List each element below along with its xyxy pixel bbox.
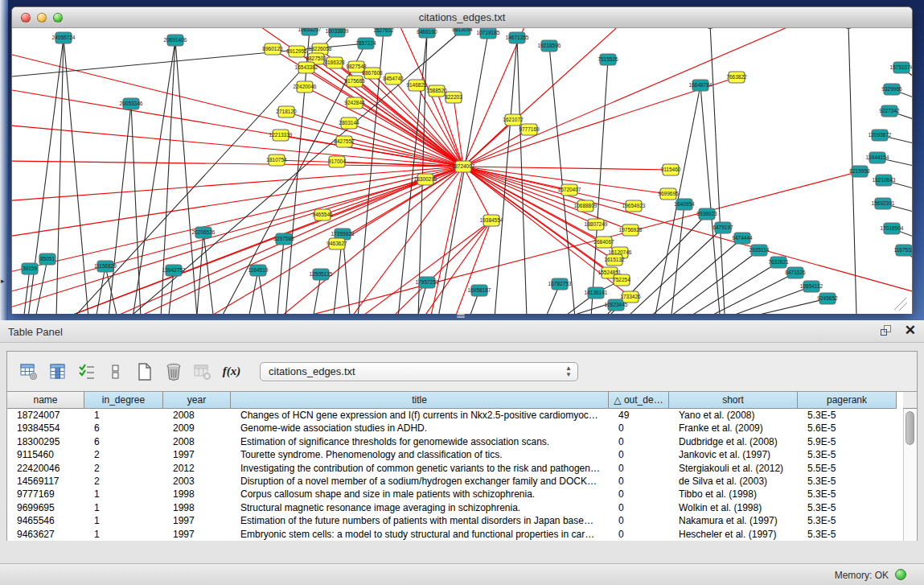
- network-node[interactable]: 9699695: [658, 188, 679, 200]
- network-node[interactable]: 1640954: [674, 199, 695, 210]
- cell-name[interactable]: 9115460: [7, 448, 84, 462]
- cell-title[interactable]: Genome-wide association studies in ADHD.: [231, 422, 609, 435]
- cell-year[interactable]: 1998: [163, 488, 231, 501]
- network-node[interactable]: 1621072: [503, 114, 524, 126]
- network-node[interactable]: 7663822: [726, 72, 747, 83]
- network-node[interactable]: 16543382: [295, 62, 318, 73]
- cell-in_degree[interactable]: 1: [84, 501, 163, 515]
- new-table-icon[interactable]: [134, 361, 155, 382]
- cell-out_de[interactable]: 0: [609, 501, 669, 515]
- network-node[interactable]: 14136141: [585, 287, 608, 299]
- citation-edge-black[interactable]: [131, 104, 141, 314]
- cell-short[interactable]: Stergiakouli et al. (2012): [669, 462, 798, 476]
- node-table[interactable]: namein_degreeyeartitle△ out_de…shortpage…: [7, 391, 917, 541]
- function-builder-icon[interactable]: f(x): [221, 361, 242, 382]
- network-node[interactable]: 10653257: [298, 28, 322, 35]
- cell-out_de[interactable]: 0: [609, 475, 669, 488]
- network-node[interactable]: 1810754: [266, 154, 287, 166]
- table-row[interactable]: 2242004622012Investigating the contribut…: [7, 462, 903, 476]
- citation-edge-red[interactable]: [12, 167, 463, 201]
- cell-pagerank[interactable]: 5.5E-5: [798, 462, 897, 476]
- network-node[interactable]: 2718120: [276, 106, 297, 117]
- network-view-window[interactable]: citations_edges.txt 24055724206914061065…: [11, 6, 913, 314]
- table-row[interactable]: 911546021997Tourette syndrome. Phenomeno…: [7, 448, 903, 462]
- network-node[interactable]: 20053346: [120, 98, 143, 109]
- network-node[interactable]: 9115460: [661, 164, 681, 175]
- cell-short[interactable]: Dudbridge et al. (2008): [669, 435, 798, 449]
- cell-in_degree[interactable]: 1: [84, 488, 163, 501]
- network-node[interactable]: 12444154: [866, 152, 889, 163]
- table-row[interactable]: 946362711997Embryonic stem cells: a mode…: [7, 528, 903, 542]
- network-node[interactable]: 8813054: [452, 28, 473, 35]
- column-header-year[interactable]: year: [163, 392, 231, 409]
- cell-title[interactable]: Corpus callosum shape and size in male p…: [231, 488, 609, 501]
- network-node[interactable]: 1733426: [620, 291, 641, 303]
- cell-title[interactable]: Changes of HCN gene expression and I(f) …: [231, 409, 609, 422]
- network-node[interactable]: 20206526: [192, 227, 216, 238]
- network-node[interactable]: 822203: [445, 92, 462, 103]
- citation-edge-red[interactable]: [463, 167, 671, 170]
- network-node[interactable]: 19654923: [622, 200, 646, 212]
- network-node[interactable]: 16648784: [689, 80, 713, 91]
- cell-in_degree[interactable]: 2: [84, 448, 163, 462]
- cell-out_de[interactable]: 0: [609, 448, 669, 462]
- scrollbar-thumb[interactable]: [906, 411, 914, 445]
- cell-name[interactable]: 22420046: [7, 462, 84, 476]
- network-node[interactable]: 15720407: [558, 184, 581, 196]
- citation-edge-black[interactable]: [56, 38, 64, 314]
- column-edit-icon[interactable]: [47, 361, 68, 382]
- column-header-pagerank[interactable]: pagerank: [798, 392, 897, 409]
- citation-edge-black[interactable]: [517, 38, 527, 314]
- network-node[interactable]: 16782753: [548, 278, 572, 290]
- network-node[interactable]: 8215958: [849, 166, 870, 177]
- cell-title[interactable]: Structural magnetic resonance image aver…: [231, 501, 609, 515]
- network-node[interactable]: 9474444: [732, 233, 753, 244]
- select-all-icon[interactable]: [76, 361, 97, 382]
- network-node[interactable]: 19384554: [480, 215, 503, 226]
- cell-name[interactable]: 9777169: [7, 488, 84, 501]
- network-node[interactable]: 9146821: [406, 80, 427, 91]
- cell-short[interactable]: Jankovic et al. (1997): [669, 448, 798, 462]
- cell-in_degree[interactable]: 2: [84, 462, 163, 476]
- citation-edge-black[interactable]: [105, 266, 117, 314]
- network-node[interactable]: 1164519: [248, 265, 269, 276]
- cell-name[interactable]: 18300295: [7, 435, 84, 449]
- cell-name[interactable]: 9465546: [7, 514, 84, 528]
- cell-out_de[interactable]: 49: [609, 409, 669, 422]
- cell-pagerank[interactable]: 5.3E-5: [798, 488, 897, 501]
- network-node[interactable]: 18807249: [585, 219, 608, 230]
- cell-out_de[interactable]: 0: [609, 488, 669, 501]
- citation-edge-black[interactable]: [700, 85, 720, 314]
- citation-edge-red[interactable]: [463, 28, 800, 167]
- network-node[interactable]: 18300295: [414, 174, 437, 185]
- network-node[interactable]: 6479197: [713, 222, 733, 233]
- cell-pagerank[interactable]: 5.9E-5: [798, 435, 897, 449]
- canvas-resize-grip[interactable]: [894, 298, 907, 311]
- cell-pagerank[interactable]: 5.3E-5: [798, 409, 897, 422]
- float-window-icon[interactable]: [881, 324, 893, 337]
- cell-pagerank[interactable]: 5.3E-5: [798, 501, 897, 515]
- table-row[interactable]: 1456911722003Disruption of a novel membe…: [7, 475, 903, 488]
- network-node[interactable]: 10719185: [477, 28, 500, 39]
- network-node[interactable]: 7632621: [768, 257, 789, 268]
- network-node[interactable]: 7515526: [598, 54, 618, 65]
- cell-year[interactable]: 1997: [163, 528, 231, 542]
- cell-pagerank[interactable]: 5.3E-5: [798, 514, 897, 528]
- cell-year[interactable]: 2009: [163, 422, 231, 435]
- table-row[interactable]: 946554611997Estimation of the future num…: [7, 514, 903, 528]
- cell-in_degree[interactable]: 2: [84, 475, 163, 488]
- network-node[interactable]: 8427552: [334, 136, 355, 147]
- cell-year[interactable]: 2003: [163, 475, 231, 488]
- network-node[interactable]: 24055724: [52, 32, 76, 43]
- citation-edge-black[interactable]: [549, 46, 575, 314]
- table-settings-icon[interactable]: [18, 361, 39, 382]
- network-node[interactable]: 22420046: [294, 81, 317, 93]
- network-node[interactable]: 10688809: [574, 200, 598, 212]
- network-node[interactable]: 917004: [328, 156, 346, 167]
- network-node[interactable]: 9227342: [879, 105, 900, 117]
- cell-out_de[interactable]: 0: [609, 435, 669, 449]
- cell-out_de[interactable]: 0: [609, 422, 669, 435]
- citation-edge-red[interactable]: [358, 220, 491, 314]
- window-titlebar[interactable]: citations_edges.txt: [12, 7, 912, 28]
- citation-edge-red[interactable]: [463, 167, 912, 294]
